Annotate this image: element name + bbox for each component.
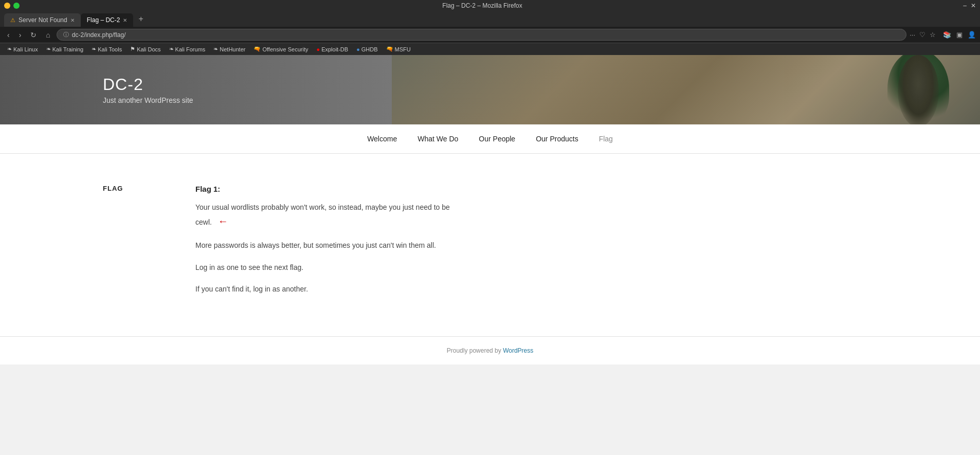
nav-menu: Welcome What We Do Our People Our Produc…: [0, 124, 980, 154]
star-icon[interactable]: ☆: [930, 31, 936, 39]
tab-label-active: Flag – DC-2: [87, 16, 120, 24]
bookmark-icon: ●: [356, 46, 360, 52]
wordpress-link[interactable]: WordPress: [503, 347, 533, 354]
library-icon[interactable]: 📚: [943, 31, 951, 39]
warning-icon: ⚠: [10, 17, 15, 24]
nav-welcome[interactable]: Welcome: [357, 131, 407, 147]
new-tab-button[interactable]: +: [133, 11, 148, 27]
tab-server-not-found[interactable]: ⚠ Server Not Found ✕: [4, 13, 81, 27]
bookmark-icon: ❧: [169, 46, 174, 52]
site-header: DC-2 Just another WordPress site: [0, 55, 980, 124]
url-text: dc-2/index.php/flag/: [72, 31, 126, 39]
close-button[interactable]: ✕: [971, 2, 976, 9]
bookmark-kali-forums[interactable]: ❧ Kali Forums: [166, 45, 209, 53]
bookmark-icon: ❧: [46, 46, 51, 52]
window-title: Flag – DC-2 – Mozilla Firefox: [20, 2, 945, 9]
flag-paragraph-2: More passwords is always better, but som…: [195, 240, 452, 251]
forward-button[interactable]: ›: [16, 30, 25, 40]
tab-bar: ⚠ Server Not Found ✕ Flag – DC-2 ✕ +: [0, 11, 980, 27]
bookmark-ghdb[interactable]: ● GHDB: [353, 45, 380, 53]
bookmark-kali-linux[interactable]: ❧ Kali Linux: [4, 45, 41, 53]
nav-our-products[interactable]: Our Products: [525, 131, 588, 147]
bookmark-icon: 🔫: [386, 46, 393, 52]
flag-paragraph-4: If you can't find it, log in as another.: [195, 283, 452, 295]
tab-close-button[interactable]: ✕: [70, 17, 75, 23]
page-content: FLAG Flag 1: Your usual wordlists probab…: [0, 154, 980, 336]
browser-chrome: Flag – DC-2 – Mozilla Firefox – ✕ ⚠ Serv…: [0, 0, 980, 55]
tab-close-active-button[interactable]: ✕: [123, 17, 127, 23]
back-button[interactable]: ‹: [4, 30, 13, 40]
red-arrow-icon: ←: [218, 213, 228, 229]
site-title: DC-2: [103, 75, 193, 94]
bookmark-nethunter[interactable]: ❧ NetHunter: [210, 45, 248, 53]
bookmark-icon: ●: [317, 46, 320, 52]
profile-icon[interactable]: 👤: [968, 31, 976, 39]
tab-label: Server Not Found: [19, 16, 67, 24]
bookmark-icon: ❧: [213, 46, 218, 52]
website-content: DC-2 Just another WordPress site Welcome…: [0, 55, 980, 365]
bookmark-icon: ⚑: [130, 46, 135, 52]
info-icon: ⓘ: [63, 31, 69, 39]
bookmark-kali-training[interactable]: ❧ Kali Training: [43, 45, 87, 53]
sidebar-toggle-icon[interactable]: ▣: [956, 31, 963, 39]
bookmark-offensive-security[interactable]: 🔫 Offensive Security: [250, 45, 311, 53]
header-background: [392, 55, 980, 124]
menu-icon[interactable]: ···: [910, 31, 915, 39]
bookmark-icon: ❧: [7, 46, 12, 52]
minimize-button[interactable]: [4, 3, 10, 9]
url-input[interactable]: ⓘ dc-2/index.php/flag/: [57, 29, 906, 41]
maximize-button[interactable]: [13, 3, 20, 9]
bookmark-kali-tools[interactable]: ❧ Kali Tools: [88, 45, 125, 53]
restore-button[interactable]: –: [963, 2, 967, 9]
nav-flag[interactable]: Flag: [589, 131, 623, 147]
bookmark-icon: ❧: [92, 46, 96, 52]
sidebar-section-label: FLAG: [103, 185, 165, 192]
bookmark-heart-icon[interactable]: ♡: [919, 31, 925, 39]
site-subtitle: Just another WordPress site: [103, 96, 193, 104]
nav-our-people[interactable]: Our People: [468, 131, 525, 147]
flag-paragraph-3: Log in as one to see the next flag.: [195, 262, 452, 273]
bookmark-kali-docs[interactable]: ⚑ Kali Docs: [127, 45, 164, 53]
home-button[interactable]: ⌂: [43, 30, 53, 40]
nav-what-we-do[interactable]: What We Do: [407, 131, 468, 147]
address-bar: ‹ › ↻ ⌂ ⓘ dc-2/index.php/flag/ ··· ♡ ☆ 📚…: [0, 27, 980, 43]
bookmarks-bar: ❧ Kali Linux ❧ Kali Training ❧ Kali Tool…: [0, 43, 980, 55]
window-controls[interactable]: [4, 3, 20, 9]
footer-text: Proudly powered by: [447, 347, 503, 354]
refresh-button[interactable]: ↻: [27, 30, 40, 40]
bookmark-icon: 🔫: [253, 46, 261, 52]
page-main: Flag 1: Your usual wordlists probably wo…: [195, 185, 452, 305]
address-action-icons: ··· ♡ ☆: [910, 31, 936, 39]
bookmark-msfu[interactable]: 🔫 MSFU: [383, 45, 414, 53]
site-footer: Proudly powered by WordPress: [0, 336, 980, 365]
page-sidebar: FLAG: [103, 185, 165, 305]
header-text: DC-2 Just another WordPress site: [103, 75, 193, 104]
tab-flag-dc2[interactable]: Flag – DC-2 ✕: [81, 13, 134, 27]
bookmark-exploit-db[interactable]: ● Exploit-DB: [314, 45, 352, 53]
flag-paragraph-1: Your usual wordlists probably won't work…: [195, 202, 452, 229]
flag-heading: Flag 1:: [195, 185, 452, 193]
title-bar: Flag – DC-2 – Mozilla Firefox – ✕: [0, 0, 980, 11]
